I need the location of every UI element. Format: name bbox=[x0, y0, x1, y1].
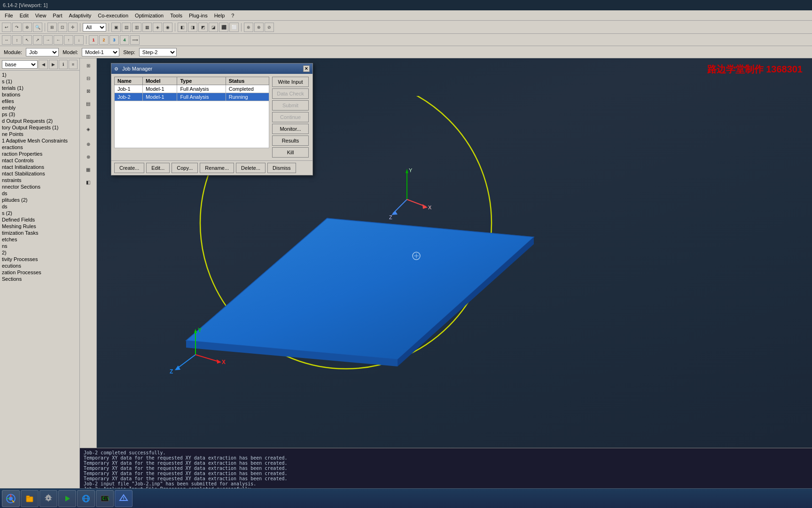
sidebar-item-contact-init[interactable]: ntact Initializations bbox=[0, 164, 79, 170]
menu-coexecution[interactable]: Co-execution bbox=[95, 12, 131, 19]
results-button[interactable]: Results bbox=[272, 135, 309, 146]
vp-icon-8[interactable]: ⊗ bbox=[81, 151, 95, 163]
vp-icon-3[interactable]: ⊠ bbox=[81, 85, 95, 97]
monitor-button[interactable]: Monitor... bbox=[272, 124, 309, 134]
tb-3d-5[interactable]: ◈ bbox=[153, 23, 162, 32]
copy-button[interactable]: Copy... bbox=[172, 163, 198, 173]
tb-save[interactable]: ⊕ bbox=[23, 23, 32, 32]
edit-button[interactable]: Edit... bbox=[146, 163, 170, 173]
menu-optimization[interactable]: Optimization bbox=[132, 12, 166, 19]
job-manager-title-bar[interactable]: ⚙ Job Manager ✕ bbox=[111, 64, 312, 74]
filter-back[interactable]: ◀ bbox=[39, 60, 47, 69]
submit-button[interactable]: Submit bbox=[272, 100, 309, 111]
tb-pan[interactable]: ✛ bbox=[68, 23, 78, 32]
tb-print[interactable]: 🔍 bbox=[33, 23, 42, 32]
filter-info[interactable]: ℹ bbox=[59, 60, 68, 69]
sidebar-item-contact-controls[interactable]: ntact Controls bbox=[0, 157, 79, 164]
tb-extra-1[interactable]: ⊕ bbox=[244, 23, 253, 32]
vp-icon-6[interactable]: ◈ bbox=[81, 123, 95, 135]
job-row-2[interactable]: Job-2 Model-1 Full Analysis Running bbox=[115, 93, 269, 101]
sidebar-item-adaptive-mesh[interactable]: 1 Adaptive Mesh Constraints bbox=[0, 137, 79, 144]
menu-part[interactable]: Part bbox=[50, 12, 65, 19]
module-select[interactable]: Job bbox=[26, 48, 59, 56]
tb2-6[interactable]: ← bbox=[54, 35, 63, 45]
tb-zoom[interactable]: ⊡ bbox=[58, 23, 67, 32]
sidebar-item-vibrations[interactable]: brations bbox=[0, 91, 79, 98]
taskbar-ie[interactable] bbox=[77, 490, 95, 507]
all-select[interactable]: All bbox=[83, 23, 106, 32]
vp-icon-5[interactable]: ▥ bbox=[81, 110, 95, 122]
sidebar-item-ps3[interactable]: ps (3) bbox=[0, 111, 79, 118]
sidebar-item-contact-stab[interactable]: ntact Stabilizations bbox=[0, 170, 79, 177]
tb-view-1[interactable]: ◧ bbox=[178, 23, 187, 32]
kill-button[interactable]: Kill bbox=[272, 147, 309, 158]
sidebar-item-materials[interactable]: terials (1) bbox=[0, 85, 79, 91]
sidebar-item-zation[interactable]: zation Processes bbox=[0, 269, 79, 276]
filter-fwd[interactable]: ▶ bbox=[49, 60, 58, 69]
tb2-1[interactable]: ↔ bbox=[2, 35, 11, 45]
taskbar-chrome[interactable] bbox=[2, 490, 20, 507]
tb2-3[interactable]: ↖ bbox=[23, 35, 32, 45]
tb2-num2[interactable]: 2 bbox=[99, 35, 109, 45]
taskbar-media[interactable] bbox=[58, 490, 76, 507]
sidebar-item-history-output[interactable]: tory Output Requests (1) bbox=[0, 124, 79, 131]
sidebar-item-2[interactable]: 2) bbox=[0, 249, 79, 256]
tb-new[interactable]: ↩ bbox=[2, 23, 11, 32]
tb-3d-4[interactable]: ▦ bbox=[142, 23, 152, 32]
taskbar-terminal[interactable]: C:\ bbox=[96, 490, 114, 507]
write-input-button[interactable]: Write Input bbox=[272, 77, 309, 87]
tb-view-4[interactable]: ◪ bbox=[209, 23, 218, 32]
tb-view-6[interactable]: ⬜ bbox=[229, 23, 239, 32]
tb2-5[interactable]: → bbox=[43, 35, 53, 45]
sidebar-item-activity-processes[interactable]: tivity Processes bbox=[0, 256, 79, 262]
tb2-7[interactable]: ↑ bbox=[64, 35, 73, 45]
step-select[interactable]: Step-2 bbox=[139, 48, 177, 56]
menu-question[interactable]: ? bbox=[228, 12, 237, 19]
vp-icon-1[interactable]: ⊞ bbox=[81, 59, 95, 71]
sidebar-item-ne-points[interactable]: ne Points bbox=[0, 131, 79, 137]
sidebar-item-executions[interactable]: ecutions bbox=[0, 262, 79, 269]
tb2-num1[interactable]: 1 bbox=[89, 35, 98, 45]
tb-3d-2[interactable]: ▤ bbox=[122, 23, 131, 32]
vp-icon-4[interactable]: ▤ bbox=[81, 97, 95, 110]
sidebar-item-output-req[interactable]: d Output Requests (2) bbox=[0, 118, 79, 124]
vp-icon-7[interactable]: ⊕ bbox=[81, 138, 95, 150]
sidebar-item-assembly[interactable]: embly bbox=[0, 104, 79, 111]
sidebar-item-amplitudes[interactable]: plitudes (2) bbox=[0, 197, 79, 203]
sidebar-item-sections[interactable]: Sections bbox=[0, 276, 79, 282]
sidebar-item-s1[interactable]: s (1) bbox=[0, 78, 79, 85]
model-select[interactable]: Model-1 bbox=[82, 48, 119, 56]
sidebar-item-1[interactable]: 1) bbox=[0, 71, 79, 78]
tb-3d-3[interactable]: ▥ bbox=[132, 23, 141, 32]
taskbar-files[interactable] bbox=[21, 490, 39, 507]
filter-select[interactable]: base bbox=[2, 60, 38, 69]
data-check-button[interactable]: Data Check bbox=[272, 88, 309, 99]
sidebar-item-s2[interactable]: s (2) bbox=[0, 210, 79, 216]
sidebar-item-optimization-tasks[interactable]: timization Tasks bbox=[0, 230, 79, 236]
taskbar-abaqus[interactable] bbox=[115, 490, 133, 507]
tb-extra-3[interactable]: ⊘ bbox=[265, 23, 274, 32]
sidebar-item-interaction-props[interactable]: raction Properties bbox=[0, 151, 79, 157]
sidebar-item-sketches[interactable]: etches bbox=[0, 236, 79, 243]
vp-icon-10[interactable]: ◧ bbox=[81, 176, 95, 188]
sidebar-item-interactions[interactable]: eractions bbox=[0, 144, 79, 151]
sidebar-item-constraints[interactable]: nstraints bbox=[0, 177, 79, 183]
sidebar-item-ds[interactable]: ds bbox=[0, 190, 79, 197]
sidebar-item-efiles[interactable]: efiles bbox=[0, 98, 79, 104]
menu-tools[interactable]: Tools bbox=[167, 12, 185, 19]
tb-3d-1[interactable]: ▣ bbox=[111, 23, 121, 32]
rename-button[interactable]: Rename... bbox=[200, 163, 234, 173]
tb-3d-6[interactable]: ◉ bbox=[163, 23, 172, 32]
tb-view-3[interactable]: ◩ bbox=[198, 23, 208, 32]
menu-file[interactable]: File bbox=[2, 12, 16, 19]
continue-button[interactable]: Continue bbox=[272, 112, 309, 122]
tb2-8[interactable]: ↓ bbox=[74, 35, 84, 45]
tb2-2[interactable]: ↕ bbox=[12, 35, 22, 45]
tb-view-2[interactable]: ◨ bbox=[188, 23, 197, 32]
sidebar-item-connector-sections[interactable]: nnector Sections bbox=[0, 183, 79, 190]
job-manager-close-button[interactable]: ✕ bbox=[303, 65, 310, 72]
tb-open[interactable]: ↷ bbox=[12, 23, 22, 32]
job-row-1[interactable]: Job-1 Model-1 Full Analysis Completed bbox=[115, 85, 269, 93]
vp-icon-2[interactable]: ⊟ bbox=[81, 72, 95, 84]
menu-view[interactable]: View bbox=[32, 12, 49, 19]
